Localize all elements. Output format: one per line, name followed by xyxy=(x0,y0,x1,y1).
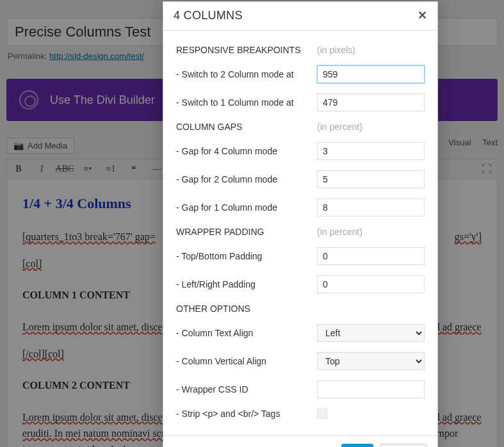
field-gap-1: - Gap for 1 Column mode xyxy=(176,193,425,222)
field-label: - Wrapper CSS ID xyxy=(176,384,317,394)
field-text-align: - Column Text Align Left xyxy=(176,319,425,347)
pad-lr-input[interactable] xyxy=(317,275,425,293)
field-label: - Column Text Align xyxy=(176,328,317,338)
section-label: COLUMN GAPS xyxy=(176,122,317,132)
field-strip-tags: - Strip <p> and <br/> Tags xyxy=(176,403,425,424)
section-breakpoints: RESPONSIVE BREAKPOINTS (in pixels) xyxy=(176,40,425,60)
text-align-select[interactable]: Left xyxy=(317,324,425,342)
field-switch-2col: - Switch to 2 Column mode at xyxy=(176,60,425,88)
cancel-button[interactable]: Cancel xyxy=(380,444,427,447)
gap-1-input[interactable] xyxy=(317,199,425,216)
modal-footer: OK Cancel xyxy=(163,435,437,447)
modal-body: RESPONSIVE BREAKPOINTS (in pixels) - Swi… xyxy=(163,31,437,435)
field-label: - Column Vertical Align xyxy=(176,356,317,366)
field-gap-2: - Gap for 2 Column mode xyxy=(176,165,425,193)
field-pad-lr: - Left/Right Padding xyxy=(176,270,425,298)
switch-2col-input[interactable] xyxy=(317,65,425,83)
unit-label: (in percent) xyxy=(317,122,362,132)
section-padding: WRAPPER PADDING (in percent) xyxy=(176,222,425,242)
section-label: OTHER OPTIONS xyxy=(176,304,317,314)
field-label: - Gap for 2 Column mode xyxy=(176,174,317,184)
field-switch-1col: - Switch to 1 Column mode at xyxy=(176,88,425,117)
strip-tags-checkbox[interactable] xyxy=(317,409,327,419)
gap-2-input[interactable] xyxy=(317,170,425,188)
field-label: - Top/Bottom Padding xyxy=(176,251,317,261)
pad-tb-input[interactable] xyxy=(317,247,425,265)
field-pad-tb: - Top/Bottom Padding xyxy=(176,242,425,270)
modal-header: 4 COLUMNS ✕ xyxy=(163,2,437,31)
unit-label: (in percent) xyxy=(317,227,362,237)
field-gap-4: - Gap for 4 Column mode xyxy=(176,137,425,165)
field-label: - Gap for 1 Column mode xyxy=(176,202,317,213)
switch-1col-input[interactable] xyxy=(317,93,425,111)
unit-label: (in pixels) xyxy=(317,45,355,55)
field-label: - Switch to 1 Column mode at xyxy=(176,97,317,108)
section-other: OTHER OPTIONS xyxy=(176,298,425,319)
section-gaps: COLUMN GAPS (in percent) xyxy=(176,117,425,137)
css-id-input[interactable] xyxy=(317,380,425,398)
field-label: - Gap for 4 Column mode xyxy=(176,146,317,156)
gap-4-input[interactable] xyxy=(317,142,425,160)
modal-title: 4 COLUMNS xyxy=(174,9,243,22)
close-icon[interactable]: ✕ xyxy=(418,8,427,22)
columns-settings-modal: 4 COLUMNS ✕ RESPONSIVE BREAKPOINTS (in p… xyxy=(163,1,438,447)
field-css-id: - Wrapper CSS ID xyxy=(176,375,425,403)
field-label: - Left/Right Padding xyxy=(176,279,317,289)
ok-button[interactable]: OK xyxy=(341,444,373,447)
field-label: - Switch to 2 Column mode at xyxy=(176,69,317,79)
vertical-align-select[interactable]: Top xyxy=(317,352,425,370)
field-vertical-align: - Column Vertical Align Top xyxy=(176,347,425,375)
section-label: RESPONSIVE BREAKPOINTS xyxy=(176,45,317,55)
field-label: - Strip <p> and <br/> Tags xyxy=(176,409,317,419)
section-label: WRAPPER PADDING xyxy=(176,227,317,237)
